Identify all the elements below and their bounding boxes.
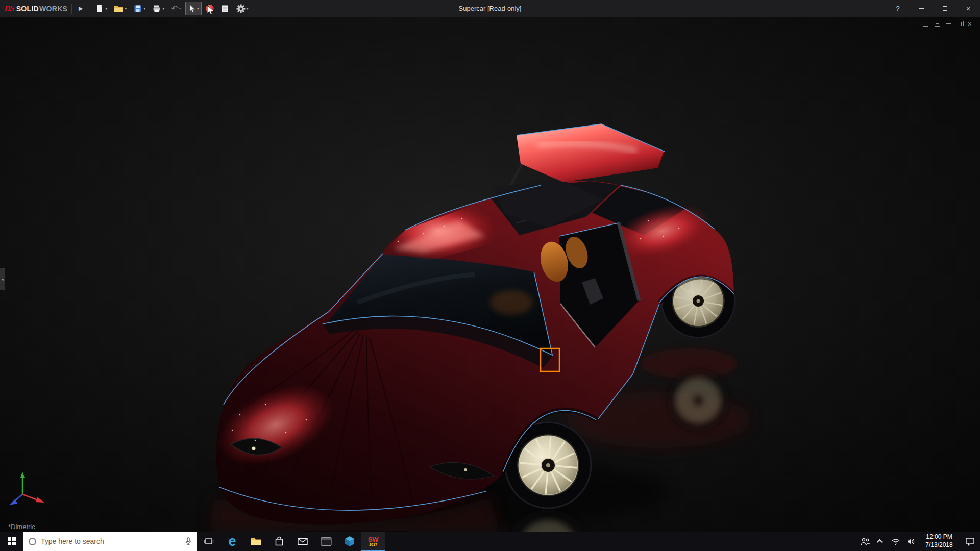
save-floppy-icon <box>133 4 142 13</box>
mail-app-button[interactable] <box>291 532 314 551</box>
chevron-down-icon[interactable]: ▾ <box>179 7 181 11</box>
store-app-button[interactable] <box>267 532 291 551</box>
undo-button[interactable]: ↶ ▾ <box>168 2 183 15</box>
feature-panel-collapse-tab[interactable]: ◂ <box>0 268 5 290</box>
chevron-down-icon[interactable]: ▾ <box>143 7 145 11</box>
3d-viewer-app-button[interactable] <box>338 532 361 551</box>
chevron-down-icon[interactable]: ▾ <box>162 7 164 11</box>
gear-icon <box>236 4 246 13</box>
graphics-viewport[interactable]: × ◂ *Dimetric <box>0 17 980 532</box>
child-minimize-icon[interactable] <box>946 23 951 24</box>
rear-wheel-reflection <box>668 370 729 431</box>
window-icon-b[interactable] <box>935 22 940 27</box>
save-button[interactable]: ▾ <box>131 2 148 15</box>
search-input[interactable] <box>41 537 180 545</box>
new-document-icon <box>95 4 104 13</box>
cube-app-icon <box>345 536 355 547</box>
titlebar: DS SOLID WORKS ▶ ▾ ▾ <box>0 0 980 17</box>
microphone-icon[interactable] <box>185 537 192 546</box>
sheet-icon <box>220 4 230 13</box>
file-explorer-icon <box>250 537 262 546</box>
chevron-up-icon <box>877 539 883 545</box>
action-center-button[interactable] <box>960 532 980 551</box>
chevron-down-icon[interactable]: ▾ <box>247 7 249 11</box>
network-button[interactable] <box>888 532 903 551</box>
volume-button[interactable] <box>903 532 919 551</box>
headlight-right-bulb <box>464 468 467 471</box>
sw-app-label: SW <box>368 536 378 543</box>
chevron-down-icon[interactable]: ▾ <box>197 7 199 11</box>
appearance-sphere-icon <box>206 5 214 13</box>
dark-window-app-icon <box>321 537 332 546</box>
windows-logo-icon <box>8 537 16 545</box>
brand-solid-text: SOLID <box>16 5 39 13</box>
select-cursor-icon <box>188 4 196 13</box>
child-restore-icon[interactable] <box>958 22 962 26</box>
brand-works-text: WORKS <box>39 5 67 13</box>
view-orientation-label: *Dimetric <box>8 523 35 531</box>
store-bag-icon <box>275 536 284 546</box>
clock-date: 7/13/2018 <box>925 541 952 549</box>
edge-app-button[interactable]: e <box>220 532 244 551</box>
window-title: Supercar [Read-only] <box>459 5 522 12</box>
taskbar-search[interactable] <box>23 532 197 551</box>
start-button[interactable] <box>0 532 23 551</box>
taskbar: e <box>0 532 980 551</box>
solidworks-app-icon: SW 2017 <box>368 536 378 546</box>
solidworks-logo: DS SOLID WORKS <box>4 4 67 14</box>
edge-icon: e <box>228 535 236 548</box>
people-button[interactable] <box>857 532 873 551</box>
solidworks-app-button[interactable]: SW 2017 <box>361 532 385 551</box>
minimize-icon <box>919 8 924 9</box>
close-button[interactable]: × <box>957 0 980 17</box>
chevron-down-icon[interactable]: ▾ <box>125 7 127 11</box>
file-explorer-button[interactable] <box>244 532 267 551</box>
child-close-icon[interactable]: × <box>968 20 972 28</box>
options-button[interactable]: ▾ <box>234 2 251 15</box>
system-tray: 12:00 PM 7/13/2018 <box>857 532 980 551</box>
print-icon <box>152 4 161 13</box>
menu-flyout-arrow-icon[interactable]: ▶ <box>76 5 85 12</box>
headlight-left-bulb <box>252 447 256 450</box>
child-window-controls: × <box>923 20 972 28</box>
volume-icon <box>906 538 916 545</box>
new-document-button[interactable]: ▾ <box>92 2 110 15</box>
print-button[interactable]: ▾ <box>150 2 167 15</box>
console-app-button[interactable] <box>314 532 338 551</box>
screen: DS SOLID WORKS ▶ ▾ ▾ <box>0 0 980 551</box>
action-center-icon <box>965 537 975 546</box>
tray-overflow-button[interactable] <box>873 532 888 551</box>
task-view-icon <box>204 537 214 545</box>
divider <box>71 4 72 14</box>
taskbar-clock[interactable]: 12:00 PM 7/13/2018 <box>919 532 960 551</box>
window-icon-a[interactable] <box>923 22 928 27</box>
cortana-icon <box>29 538 36 545</box>
sw-app-year: 2017 <box>369 543 377 546</box>
seat-through-glass <box>490 290 533 315</box>
help-button[interactable]: ? <box>886 0 910 17</box>
sheet-button[interactable] <box>218 2 232 15</box>
people-icon <box>861 538 870 545</box>
restore-button[interactable] <box>933 0 957 17</box>
task-view-button[interactable] <box>197 532 220 551</box>
restore-icon <box>943 6 947 11</box>
window-controls: ? × <box>886 0 980 17</box>
clock-time: 12:00 PM <box>926 533 952 541</box>
mail-envelope-icon <box>298 538 308 545</box>
quick-access-toolbar: ▾ ▾ ▾ <box>92 2 251 15</box>
select-button[interactable]: ▾ <box>185 2 202 15</box>
minimize-button[interactable] <box>910 0 933 17</box>
appearance-button[interactable] <box>203 2 216 15</box>
undo-icon: ↶ <box>171 5 178 13</box>
3d-scene[interactable] <box>0 17 980 532</box>
dassault-ds-icon: DS <box>4 4 14 14</box>
wifi-icon <box>891 538 900 545</box>
chevron-down-icon[interactable]: ▾ <box>105 7 107 11</box>
open-button[interactable]: ▾ <box>111 2 129 15</box>
open-folder-icon <box>114 4 124 13</box>
